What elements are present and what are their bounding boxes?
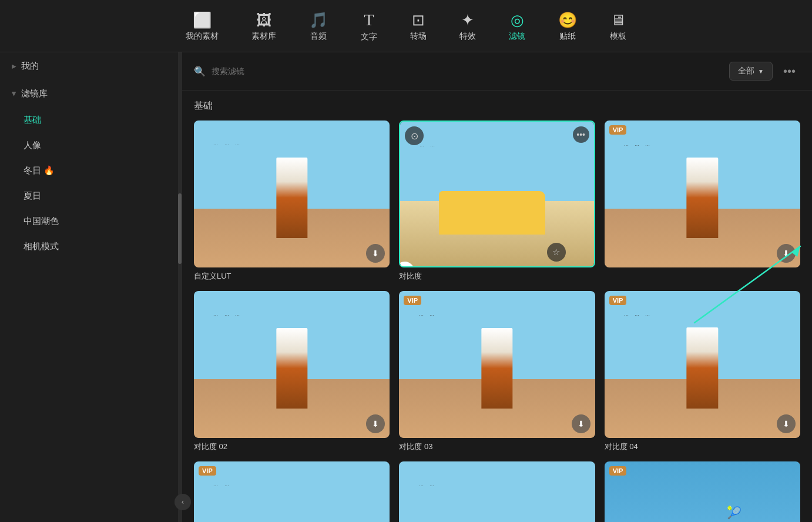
birds-deco-7: ⋯ ⋯: [213, 483, 231, 488]
filter-label: 全部: [738, 66, 754, 76]
thumbnail-3: ⋯ ⋯ ⋯: [605, 121, 800, 267]
my-material-icon: ⬜: [193, 12, 212, 28]
nav-label-material-lib: 素材库: [251, 31, 276, 42]
filter-icon: ◎: [511, 12, 524, 28]
main-content: ▶ 我的 ▶ 滤镜库 基础 人像 冬日 🔥 夏日 中国潮色 相机模式 ‹: [0, 52, 812, 522]
grid-item-contrast-04[interactable]: ⋯ ⋯ ⋯ VIP ⬇ 对比度 04: [605, 291, 800, 452]
download-button-6[interactable]: ⬇: [777, 414, 796, 433]
thumbnail-5: ⋯ ⋯: [399, 291, 595, 438]
grid-item-09[interactable]: 🏃 VIP ⬇: [605, 461, 800, 522]
sidebar-camera-label: 相机模式: [24, 241, 59, 251]
sidebar-filter-lib-section[interactable]: ▶ 滤镜库: [0, 80, 182, 108]
scan-icon[interactable]: ⊙: [405, 126, 424, 145]
download-button-5[interactable]: ⬇: [572, 414, 590, 433]
sidebar-chinese-label: 中国潮色: [24, 216, 59, 226]
vip-badge-5: VIP: [609, 466, 627, 476]
sidebar-item-winter[interactable]: 冬日 🔥: [0, 158, 182, 183]
grid-item-img-6: ⋯ ⋯ ⋯ VIP ⬇: [605, 291, 800, 438]
search-input[interactable]: [212, 66, 723, 76]
search-icon: 🔍: [194, 66, 206, 77]
grid-item-08[interactable]: ⋯ ⋯ ⬇: [399, 461, 595, 522]
nav-item-audio[interactable]: 🎵 音频: [293, 8, 344, 46]
scrollbar-track[interactable]: [178, 52, 182, 522]
sidebar-item-summer[interactable]: 夏日: [0, 183, 182, 209]
grid-item-img-5: ⋯ ⋯ VIP ⬇: [399, 291, 595, 438]
thumbnail-1: ⋯ ⋯ ⋯: [194, 121, 390, 267]
grid-item-label-2: 对比度: [399, 271, 595, 282]
overlay-icons: ⊙ •••: [400, 122, 593, 266]
more-options-button[interactable]: •••: [779, 62, 800, 81]
vip-badge-1: VIP: [609, 125, 627, 135]
nav-item-text[interactable]: T 文字: [344, 7, 394, 47]
scrollbar-thumb[interactable]: [178, 193, 182, 264]
chevron-right-icon: ▶: [12, 63, 16, 69]
star-button[interactable]: ☆: [547, 243, 566, 262]
grid-item-contrast[interactable]: ⋯ ⋯ ⊙ ••• ☆ + 添加到项目: [399, 121, 595, 282]
grid-item-contrast-03[interactable]: ⋯ ⋯ VIP ⬇ 对比度 03: [399, 291, 595, 452]
grid-item-label-6: 对比度 04: [605, 441, 800, 452]
sidebar-filter-lib-label: 滤镜库: [21, 88, 48, 99]
thumbnail-8: ⋯ ⋯: [399, 461, 595, 522]
sidebar-item-chinese[interactable]: 中国潮色: [0, 209, 182, 234]
nav-label-sticker: 贴纸: [559, 31, 576, 42]
grid-item-contrast-02[interactable]: ⋯ ⋯ ⋯ ⬇ 对比度 02: [194, 291, 390, 452]
nav-item-my-material[interactable]: ⬜ 我的素材: [169, 8, 235, 46]
sidebar-winter-label: 冬日 🔥: [24, 165, 55, 175]
nav-item-material-lib[interactable]: 🖼 素材库: [235, 8, 293, 46]
more-dots-icon: •••: [783, 65, 796, 78]
grid-item-img-7: ⋯ ⋯ VIP ⬇: [194, 461, 390, 522]
grid-item-img-3: ⋯ ⋯ ⋯ VIP ⬇: [605, 121, 800, 267]
birds-deco-8: ⋯ ⋯: [419, 483, 437, 488]
filter-grid: ⋯ ⋯ ⋯ ⬇ 自定义LUT ⋯ ⋯ ⊙ •••: [194, 121, 800, 522]
search-bar: 🔍 全部 ▼ •••: [182, 52, 812, 91]
material-lib-icon: 🖼: [256, 12, 271, 28]
filter-dropdown[interactable]: 全部 ▼: [729, 62, 773, 81]
thumbnail-7: ⋯ ⋯: [194, 461, 390, 522]
grid-item-img-1: ⋯ ⋯ ⋯ ⬇: [194, 121, 390, 267]
nav-item-template[interactable]: 🖥 模板: [593, 8, 643, 46]
nav-label-effects: 特效: [459, 31, 476, 42]
options-icon[interactable]: •••: [573, 126, 589, 143]
birds-deco-4: ⋯ ⋯ ⋯: [213, 313, 241, 318]
sidebar-item-camera[interactable]: 相机模式: [0, 234, 182, 259]
grid-item-label-5: 对比度 03: [399, 441, 595, 452]
sidebar-basic-label: 基础: [24, 115, 41, 125]
thumbnail-9: 🏃: [605, 461, 800, 522]
grid-item-custom-lut[interactable]: ⋯ ⋯ ⋯ ⬇ 自定义LUT: [194, 121, 390, 282]
grid-item-img-2: ⋯ ⋯ ⊙ ••• ☆ + 添加到项目: [399, 121, 595, 267]
template-icon: 🖥: [610, 12, 626, 28]
nav-item-effects[interactable]: ✦ 特效: [443, 8, 492, 46]
audio-icon: 🎵: [309, 12, 328, 28]
birds-deco-1: ⋯ ⋯ ⋯: [213, 142, 241, 148]
sticker-icon: 😊: [558, 12, 577, 28]
sidebar-my-label: 我的: [21, 61, 39, 72]
content-area: 🔍 全部 ▼ ••• 基础 ⋯ ⋯ ⋯ ⬇: [182, 52, 812, 522]
sidebar-collapse-button[interactable]: ‹: [175, 494, 191, 510]
nav-item-filter[interactable]: ◎ 滤镜: [492, 8, 542, 46]
grid-container: 基础 ⋯ ⋯ ⋯ ⬇ 自定义LUT ⋯ ⋯: [182, 91, 812, 522]
top-nav: ⬜ 我的素材 🖼 素材库 🎵 音频 T 文字 ⊡ 转场 ✦ 特效 ◎ 滤镜 😊 …: [0, 0, 812, 52]
nav-item-transition[interactable]: ⊡ 转场: [394, 8, 443, 46]
grid-item-label-4: 对比度 02: [194, 441, 390, 452]
chevron-down-icon: ▼: [758, 68, 764, 75]
sidebar-item-basic[interactable]: 基础: [0, 108, 182, 133]
nav-label-filter: 滤镜: [509, 31, 525, 42]
grid-item-vip-1[interactable]: ⋯ ⋯ ⋯ VIP ⬇: [605, 121, 800, 282]
grid-item-img-4: ⋯ ⋯ ⋯ ⬇: [194, 291, 390, 438]
vip-badge-2: VIP: [404, 296, 421, 305]
effects-icon: ✦: [461, 12, 474, 28]
birds-deco-6: ⋯ ⋯ ⋯: [624, 313, 652, 318]
sidebar: ▶ 我的 ▶ 滤镜库 基础 人像 冬日 🔥 夏日 中国潮色 相机模式 ‹: [0, 52, 182, 522]
thumbnail-4: ⋯ ⋯ ⋯: [194, 291, 390, 438]
nav-label-template: 模板: [610, 31, 626, 42]
text-icon: T: [364, 12, 374, 28]
nav-item-sticker[interactable]: 😊 贴纸: [542, 8, 593, 46]
grid-item-07[interactable]: ⋯ ⋯ VIP ⬇: [194, 461, 390, 522]
sidebar-my-section[interactable]: ▶ 我的: [0, 52, 182, 80]
nav-label-transition: 转场: [410, 31, 427, 42]
sidebar-item-portrait[interactable]: 人像: [0, 133, 182, 158]
birds-deco-5: ⋯ ⋯: [419, 313, 437, 318]
nav-label-text: 文字: [361, 32, 377, 42]
nav-label-my-material: 我的素材: [186, 31, 219, 42]
download-button-3[interactable]: ⬇: [777, 244, 796, 263]
